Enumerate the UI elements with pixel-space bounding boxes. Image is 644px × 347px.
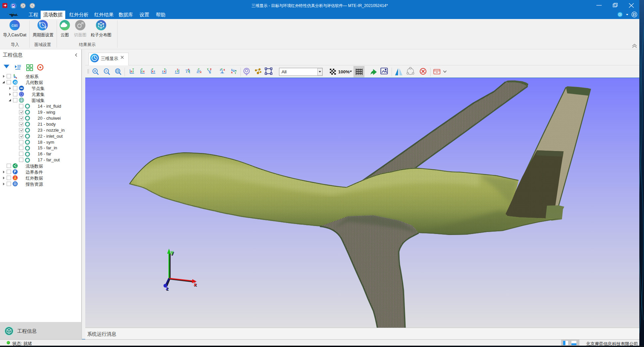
svg-text:Y: Y [152,68,154,70]
svg-text:z: z [162,70,163,73]
svg-text:x: x [231,71,233,74]
svg-text:x: x [200,70,202,74]
svg-text:x: x [223,68,225,71]
svg-text:y: y [171,249,174,255]
svg-text:Y: Y [221,68,223,70]
svg-text:All: All [282,69,287,74]
svg-text:z: z [166,285,168,291]
svg-text:z: z [197,70,198,74]
svg-text:z: z [186,70,187,73]
svg-text:x: x [143,70,145,73]
svg-text:100%: 100% [338,69,350,74]
svg-text:Y: Y [141,68,143,70]
svg-text:z: z [175,70,176,73]
svg-text:Y: Y [207,68,209,70]
svg-text:cas: cas [12,23,18,28]
svg-text:Y: Y [164,68,166,70]
svg-text:x: x [210,67,212,71]
svg-text:z: z [154,70,155,73]
svg-text:x: x [177,68,178,70]
svg-text:z: z [210,71,211,74]
svg-text:x: x [131,70,132,73]
svg-text:Y: Y [198,68,200,70]
svg-text:x: x [194,281,197,287]
svg-text:Y: Y [235,72,236,74]
svg-text:Y: Y [188,70,190,73]
svg-text:x: x [188,68,189,70]
svg-text:Y: Y [133,68,134,70]
